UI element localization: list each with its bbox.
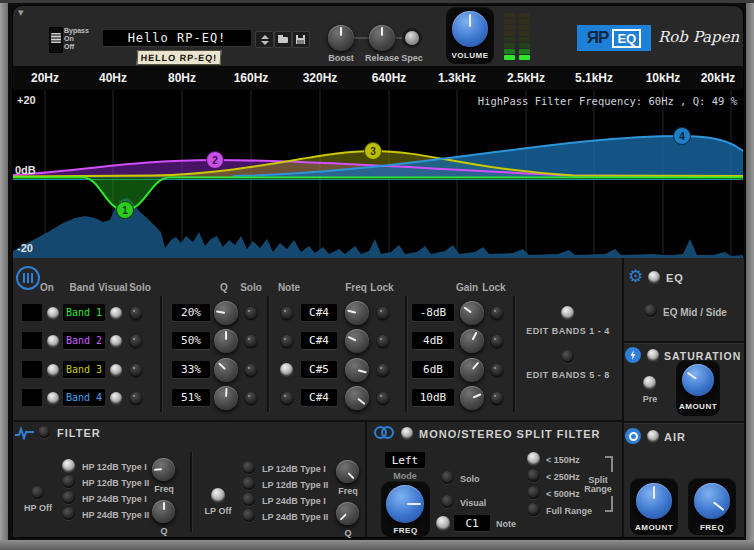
q-knob[interactable]: [214, 386, 238, 410]
range-500-led[interactable]: [527, 486, 540, 499]
gain-knob[interactable]: [460, 301, 484, 325]
gain-display[interactable]: -8dB: [412, 304, 454, 321]
split-filter-enable-led[interactable]: [401, 427, 413, 439]
note-toggle[interactable]: [281, 335, 293, 347]
range-150-led[interactable]: [527, 452, 540, 465]
band-visual-led[interactable]: [110, 335, 122, 347]
release-knob[interactable]: [369, 25, 395, 51]
hp-freq-knob[interactable]: [152, 458, 175, 481]
band-on-led[interactable]: [47, 307, 59, 319]
range-250-led[interactable]: [527, 469, 540, 482]
range-full-led[interactable]: [527, 503, 540, 516]
hp-12-type1-led[interactable]: [62, 459, 75, 472]
filter-enable-led[interactable]: [38, 426, 50, 438]
air-enable-led[interactable]: [647, 430, 659, 442]
bypass-switch-handle[interactable]: [51, 33, 61, 43]
edit-bands-1-4-label[interactable]: EDIT BANDS 1 - 4: [521, 326, 615, 336]
band-visual-led[interactable]: [110, 364, 122, 376]
freq-knob[interactable]: [345, 329, 369, 353]
q-knob[interactable]: [214, 329, 238, 353]
freq-knob[interactable]: [345, 386, 369, 410]
eq-enable-led[interactable]: [648, 271, 660, 283]
band-solo-knob[interactable]: [130, 364, 142, 376]
lp-off-led[interactable]: [211, 488, 225, 502]
gain-display[interactable]: 10dB: [412, 389, 454, 406]
gain-lock-knob[interactable]: [491, 392, 503, 404]
band-on-display[interactable]: [22, 332, 42, 349]
freq-lock-knob[interactable]: [377, 364, 389, 376]
band-on-led[interactable]: [47, 364, 59, 376]
band-name-display[interactable]: Band 4: [63, 389, 105, 406]
q-knob[interactable]: [214, 301, 238, 325]
split-visual-led[interactable]: [441, 495, 454, 508]
band-solo-knob[interactable]: [130, 335, 142, 347]
hp-12-type2-led[interactable]: [62, 475, 75, 488]
split-freq-knob[interactable]: [386, 485, 424, 523]
band-visual-led[interactable]: [110, 307, 122, 319]
freq-knob[interactable]: [345, 358, 369, 382]
band-on-display[interactable]: [22, 389, 42, 406]
edit-bands-1-4-led[interactable]: [561, 306, 574, 319]
lp-12-type2-led[interactable]: [242, 477, 255, 490]
lp-12-type1-led[interactable]: [242, 461, 255, 474]
band-visual-led[interactable]: [110, 392, 122, 404]
bypass-switch[interactable]: [49, 27, 63, 53]
hp-24-type2-led[interactable]: [62, 507, 75, 520]
q-solo-knob[interactable]: [245, 335, 257, 347]
air-freq-knob[interactable]: [694, 483, 730, 519]
edit-bands-5-8-led[interactable]: [561, 350, 574, 363]
gain-lock-knob[interactable]: [491, 364, 503, 376]
split-note-led[interactable]: [436, 516, 450, 530]
gain-display[interactable]: 6dB: [412, 361, 454, 378]
q-solo-knob[interactable]: [245, 307, 257, 319]
note-toggle-led[interactable]: [280, 363, 293, 376]
band-name-display[interactable]: Band 3: [63, 361, 105, 378]
preset-prev-next-button[interactable]: [255, 31, 274, 48]
q-value-display[interactable]: 50%: [172, 332, 210, 349]
note-toggle[interactable]: [281, 307, 293, 319]
preset-up-icon[interactable]: [261, 35, 269, 39]
volume-knob[interactable]: [452, 11, 488, 47]
band-name-display[interactable]: Band 1: [63, 304, 105, 321]
note-toggle[interactable]: [281, 392, 293, 404]
q-value-display[interactable]: 20%: [172, 304, 210, 321]
saturation-enable-led[interactable]: [647, 349, 659, 361]
freq-lock-knob[interactable]: [377, 392, 389, 404]
hp-off-led[interactable]: [31, 486, 44, 499]
note-display[interactable]: C#4: [301, 389, 337, 406]
split-note-display[interactable]: C1: [454, 515, 490, 531]
gain-lock-knob[interactable]: [491, 307, 503, 319]
gain-lock-knob[interactable]: [491, 335, 503, 347]
hp-24-type1-led[interactable]: [62, 491, 75, 504]
saturation-amount-knob[interactable]: [682, 364, 714, 396]
saturation-pre-led[interactable]: [643, 376, 656, 389]
note-display[interactable]: C#5: [301, 361, 337, 378]
band-on-led[interactable]: [47, 392, 59, 404]
eq-graph-svg[interactable]: 1 2 3 4: [13, 90, 743, 258]
lp-24-type2-led[interactable]: [242, 509, 255, 522]
gain-knob[interactable]: [460, 386, 484, 410]
gain-display[interactable]: 4dB: [412, 332, 454, 349]
band-on-display[interactable]: [22, 361, 42, 378]
preset-save-button[interactable]: [292, 31, 310, 48]
eq-mid-side-led[interactable]: [644, 304, 657, 317]
band-name-display[interactable]: Band 2: [63, 332, 105, 349]
preset-display[interactable]: Hello RP-EQ!: [103, 30, 251, 46]
hp-q-knob[interactable]: [152, 500, 175, 523]
lp-24-type1-led[interactable]: [242, 493, 255, 506]
spec-button[interactable]: [405, 31, 419, 45]
edit-bands-5-8-label[interactable]: EDIT BANDS 5 - 8: [521, 370, 615, 380]
split-solo-led[interactable]: [441, 471, 454, 484]
eq-graph[interactable]: 1 2 3 4 +20 0dB -20 HighPass Filter Freq…: [13, 90, 743, 258]
band-solo-knob[interactable]: [130, 307, 142, 319]
preset-down-icon[interactable]: [261, 41, 269, 45]
note-display[interactable]: C#4: [301, 332, 337, 349]
lp-freq-knob[interactable]: [336, 460, 359, 483]
freq-lock-knob[interactable]: [377, 307, 389, 319]
window-menu-chevron-icon[interactable]: ▾: [18, 6, 24, 19]
q-value-display[interactable]: 33%: [172, 361, 210, 378]
boost-knob[interactable]: [328, 25, 354, 51]
freq-lock-knob[interactable]: [377, 335, 389, 347]
band-on-led[interactable]: [47, 335, 59, 347]
lp-q-knob[interactable]: [336, 502, 359, 525]
